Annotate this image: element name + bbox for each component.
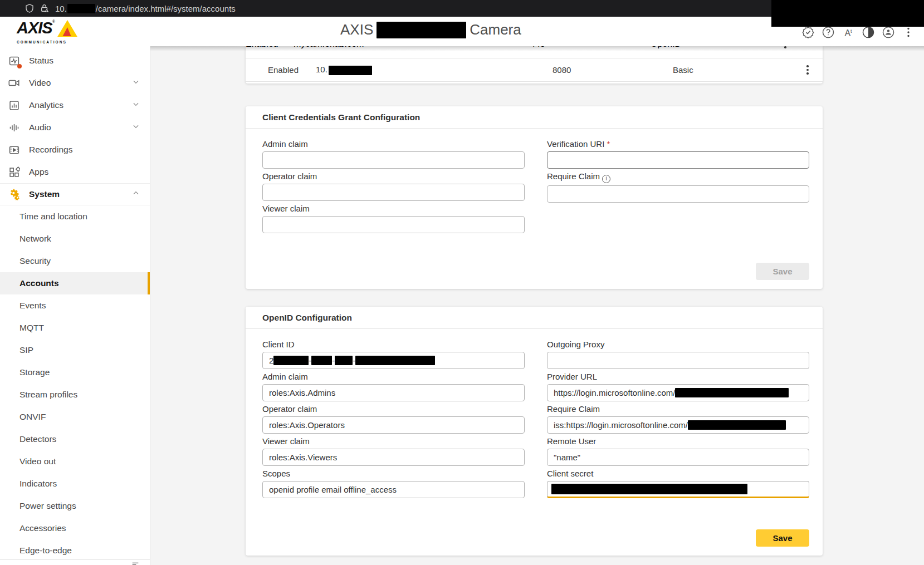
chevron-down-icon xyxy=(132,122,140,132)
client-id-redaction xyxy=(273,356,309,365)
sidebar-item-recordings[interactable]: Recordings xyxy=(0,139,150,161)
title-redaction xyxy=(377,22,466,38)
admin-claim-label: Admin claim xyxy=(262,139,525,149)
apps-icon xyxy=(8,166,20,178)
sidebar-item-accounts[interactable]: Accounts xyxy=(0,272,150,294)
video-icon xyxy=(8,77,20,89)
verification-uri-input[interactable] xyxy=(547,151,809,169)
row-menu-icon[interactable] xyxy=(780,46,791,48)
remote-user-label: Remote User xyxy=(547,436,809,446)
info-icon: i xyxy=(602,175,610,183)
row-menu-icon[interactable] xyxy=(802,65,813,75)
sidebar-item-accessories[interactable]: Accessories xyxy=(0,517,150,539)
save-button-disabled[interactable]: Save xyxy=(756,263,809,280)
page-title: AXISCamera xyxy=(340,21,521,38)
viewer-claim-label: Viewer claim xyxy=(262,436,525,446)
main-content[interactable]: Enabled mycamforlab.com 443 OpenID Enabl… xyxy=(150,46,924,565)
sidebar-item-events[interactable]: Events xyxy=(0,294,150,317)
chevron-down-icon xyxy=(132,78,140,88)
url-redaction xyxy=(67,4,95,13)
admin-claim-input[interactable] xyxy=(262,151,525,169)
recordings-icon xyxy=(8,144,20,156)
verified-badge-icon[interactable] xyxy=(801,26,815,39)
sidebar-item-onvif[interactable]: ONVIF xyxy=(0,406,150,428)
shield-icon[interactable] xyxy=(25,3,35,13)
http-servers-table: Enabled mycamforlab.com 443 OpenID Enabl… xyxy=(246,46,823,83)
table-row[interactable]: Enabled mycamforlab.com 443 OpenID xyxy=(246,46,823,58)
operator-claim-input[interactable] xyxy=(262,184,525,201)
sidebar-item-audio[interactable]: Audio xyxy=(0,116,150,139)
overflow-menu-icon[interactable] xyxy=(902,26,915,39)
client-id-redaction xyxy=(335,356,353,365)
scopes-label: Scopes xyxy=(262,469,525,479)
admin-claim-input[interactable]: roles:Axis.Admins xyxy=(262,384,525,401)
axis-logo: AXIS® COMMUNICATIONS xyxy=(17,19,78,44)
provider-url-label: Provider URL xyxy=(547,372,809,382)
chevron-up-icon xyxy=(132,189,140,199)
require-claim-redaction xyxy=(688,420,786,430)
sidebar-footer xyxy=(0,559,150,565)
require-claim-input[interactable] xyxy=(547,185,809,203)
client-secret-label: Client secret xyxy=(547,469,809,479)
operator-claim-label: Operator claim xyxy=(262,171,525,181)
outgoing-proxy-input[interactable] xyxy=(547,352,809,369)
contrast-icon[interactable] xyxy=(862,26,875,39)
table-row[interactable]: Enabled 10. 8080 Basic xyxy=(246,58,823,82)
lock-warning-icon[interactable] xyxy=(40,3,50,13)
client-secret-input[interactable] xyxy=(547,481,809,498)
card-title: OpenID Configuration xyxy=(262,313,352,323)
logo-triangle-icon xyxy=(55,19,79,40)
operator-claim-input[interactable]: roles:Axis.Operators xyxy=(262,416,525,434)
outgoing-proxy-label: Outgoing Proxy xyxy=(547,340,809,350)
provider-url-redaction xyxy=(675,388,789,397)
sidebar-item-video-out[interactable]: Video out xyxy=(0,450,150,473)
sidebar-item-detectors[interactable]: Detectors xyxy=(0,428,150,450)
collapse-sidebar-icon[interactable] xyxy=(131,561,140,565)
sidebar-item-edge-to-edge[interactable]: Edge-to-edge xyxy=(0,539,150,562)
save-button[interactable]: Save xyxy=(756,529,809,547)
language-icon[interactable]: At xyxy=(842,26,855,39)
card-title: Client Credentials Grant Configuration xyxy=(262,112,420,122)
sidebar-item-status[interactable]: Status xyxy=(0,50,150,72)
sidebar-item-indicators[interactable]: Indicators xyxy=(0,473,150,495)
client-id-redaction xyxy=(311,356,332,365)
url-text[interactable]: 10./camera/index.html#/system/accounts xyxy=(55,4,236,13)
require-claim-label: Require Claimi xyxy=(547,171,809,183)
sidebar-item-mqtt[interactable]: MQTT xyxy=(0,317,150,339)
required-asterisk: * xyxy=(607,139,610,149)
require-claim-label: Require Claim xyxy=(547,404,809,414)
verification-uri-label: Verification URI * xyxy=(547,139,809,149)
sidebar-item-time-and-location[interactable]: Time and location xyxy=(0,205,150,228)
sidebar-item-system[interactable]: System xyxy=(0,183,150,205)
sidebar-item-storage[interactable]: Storage xyxy=(0,361,150,384)
scopes-input[interactable]: openid profile email offline_access xyxy=(262,481,525,498)
system-gear-icon xyxy=(8,188,20,200)
viewer-claim-label: Viewer claim xyxy=(262,204,525,214)
sidebar-item-analytics[interactable]: Analytics xyxy=(0,94,150,116)
client-id-redaction xyxy=(355,356,435,365)
require-claim-input[interactable]: iss:https://login.microsoftonline.com/ xyxy=(547,416,809,434)
sidebar-item-security[interactable]: Security xyxy=(0,250,150,272)
chevron-down-icon xyxy=(132,100,140,110)
sidebar-item-stream-profiles[interactable]: Stream profiles xyxy=(0,384,150,406)
sidebar-item-power-settings[interactable]: Power settings xyxy=(0,495,150,517)
openid-configuration-card: OpenID Configuration Client ID 2--- Admi… xyxy=(246,307,823,556)
logo-brand: AXIS xyxy=(17,19,52,36)
admin-claim-label: Admin claim xyxy=(262,372,525,382)
help-icon[interactable] xyxy=(822,26,835,39)
audio-icon xyxy=(8,121,20,134)
client-id-input[interactable]: 2--- xyxy=(262,352,525,369)
sidebar-item-network[interactable]: Network xyxy=(0,228,150,250)
provider-url-input[interactable]: https://login.microsoftonline.com/ xyxy=(547,384,809,401)
host-redaction xyxy=(329,66,372,75)
analytics-icon xyxy=(8,99,20,111)
status-alert-dot xyxy=(17,64,22,68)
remote-user-input[interactable]: "name" xyxy=(547,449,809,466)
sidebar: Status Video Analytics Audio Recordings … xyxy=(0,46,150,565)
account-icon[interactable] xyxy=(882,26,895,39)
sidebar-item-sip[interactable]: SIP xyxy=(0,339,150,361)
viewer-claim-input[interactable] xyxy=(262,216,525,233)
sidebar-item-video[interactable]: Video xyxy=(0,72,150,94)
sidebar-item-apps[interactable]: Apps xyxy=(0,161,150,183)
viewer-claim-input[interactable]: roles:Axis.Viewers xyxy=(262,449,525,466)
